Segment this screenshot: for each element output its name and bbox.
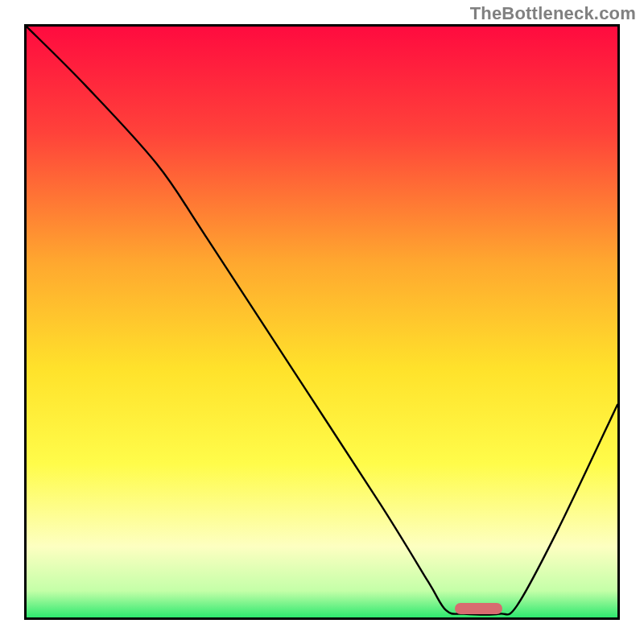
chart-background (27, 27, 617, 617)
watermark-text: TheBottleneck.com (470, 3, 636, 24)
chart-svg (27, 27, 617, 617)
optimal-range-marker (455, 603, 502, 615)
plot-frame (24, 24, 620, 620)
